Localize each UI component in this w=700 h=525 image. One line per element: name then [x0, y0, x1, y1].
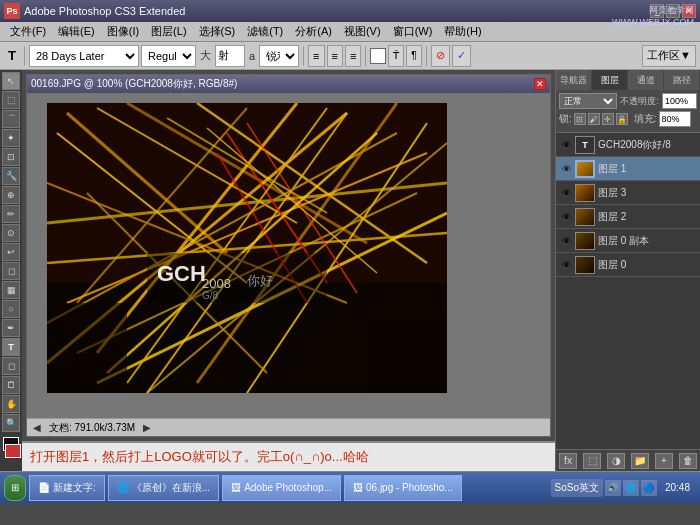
- menu-file[interactable]: 文件(F): [4, 24, 52, 39]
- magic-wand-tool[interactable]: ✦: [2, 129, 20, 147]
- layer-eye-icon[interactable]: 👁: [560, 235, 572, 247]
- eyedropper-tool[interactable]: 🔧: [2, 167, 20, 185]
- layer-group-button[interactable]: 📁: [631, 453, 649, 469]
- font-style-select[interactable]: Regular: [141, 45, 196, 67]
- layer-item[interactable]: 👁 图层 3: [556, 181, 700, 205]
- taskbar-photoshop[interactable]: 🖼 Adobe Photoshop...: [222, 475, 341, 501]
- menu-window[interactable]: 窗口(W): [387, 24, 439, 39]
- doc-title-bar: 00169.JPG @ 100% (GCH2008你好, RGB/8#) ✕: [27, 75, 550, 93]
- warp-text-button[interactable]: T̂: [388, 45, 404, 67]
- layer-eye-icon[interactable]: 👁: [560, 211, 572, 223]
- layer-item[interactable]: 👁 图层 0: [556, 253, 700, 277]
- layer-eye-icon[interactable]: 👁: [560, 163, 572, 175]
- layer-item[interactable]: 👁 图层 2: [556, 205, 700, 229]
- menu-help[interactable]: 帮助(H): [438, 24, 487, 39]
- adjustment-layer-button[interactable]: ◑: [607, 453, 625, 469]
- align-right-button[interactable]: ≡: [345, 45, 361, 67]
- pen-tool[interactable]: ✒: [2, 319, 20, 337]
- new-layer-button[interactable]: +: [655, 453, 673, 469]
- lock-all-icon[interactable]: 🔒: [616, 113, 628, 125]
- layer-eye-icon[interactable]: 👁: [560, 139, 572, 151]
- align-center-button[interactable]: ≡: [327, 45, 343, 67]
- layer-item[interactable]: 👁 图层 0 副本: [556, 229, 700, 253]
- app-icon: Ps: [4, 3, 20, 19]
- taskbar-icon-4: 🖼: [353, 482, 363, 493]
- shape-tool[interactable]: ◻: [2, 357, 20, 375]
- selection-tool[interactable]: ⬚: [2, 91, 20, 109]
- history-brush-tool[interactable]: ↩: [2, 243, 20, 261]
- commit-button[interactable]: ✓: [452, 45, 471, 67]
- taskbar-icon-3: 🖼: [231, 482, 241, 493]
- text-color-swatch[interactable]: [370, 48, 386, 64]
- font-size-input[interactable]: [215, 45, 245, 67]
- layer-item[interactable]: 👁 图层 1: [556, 157, 700, 181]
- panel-controls: 正常 不透明度: 锁: ⊡ 🖌 ✛ 🔒 填充:: [556, 90, 700, 133]
- menu-filter[interactable]: 滤镜(T): [241, 24, 289, 39]
- layer-style-button[interactable]: fx: [559, 453, 577, 469]
- font-family-select[interactable]: 28 Days Later: [29, 45, 139, 67]
- menu-view[interactable]: 视图(V): [338, 24, 387, 39]
- layer-thumbnail: [575, 160, 595, 178]
- menu-edit[interactable]: 编辑(E): [52, 24, 101, 39]
- cancel-button[interactable]: ⊘: [431, 45, 450, 67]
- svg-text:G/8: G/8: [202, 290, 219, 301]
- tab-channels[interactable]: 通道: [628, 70, 664, 90]
- blend-mode-select[interactable]: 正常: [559, 93, 617, 109]
- background-color[interactable]: [5, 444, 21, 458]
- lock-transparent-icon[interactable]: ⊡: [574, 113, 586, 125]
- taskbar-browser[interactable]: 🌐 《原创》在新浪...: [108, 475, 219, 501]
- dodge-tool[interactable]: ○: [2, 300, 20, 318]
- taskbar-new-file[interactable]: 📄 新建文字:: [29, 475, 105, 501]
- layer-item[interactable]: 👁 T GCH2008你好/8: [556, 133, 700, 157]
- status-right-arrow[interactable]: ▶: [143, 422, 151, 433]
- menu-layer[interactable]: 图层(L): [145, 24, 192, 39]
- layer-name: GCH2008你好/8: [598, 138, 696, 152]
- move-tool[interactable]: ↖: [2, 72, 20, 90]
- hand-tool[interactable]: ✋: [2, 395, 20, 413]
- start-button[interactable]: ⊞: [4, 475, 26, 501]
- text-tool[interactable]: T: [2, 338, 20, 356]
- menu-select[interactable]: 选择(S): [193, 24, 242, 39]
- layer-mask-button[interactable]: ⬚: [583, 453, 601, 469]
- taskbar-photoshop-2[interactable]: 🖼 06.jpg - Photosho...: [344, 475, 462, 501]
- notes-tool[interactable]: 🗒: [2, 376, 20, 394]
- workspace-button[interactable]: 工作区▼: [642, 45, 696, 67]
- delete-layer-button[interactable]: 🗑: [679, 453, 697, 469]
- brush-tool[interactable]: ✏: [2, 205, 20, 223]
- char-panel-button[interactable]: ¶: [406, 45, 421, 67]
- layer-eye-icon[interactable]: 👁: [560, 187, 572, 199]
- layer-name: 图层 0 副本: [598, 234, 696, 248]
- image-canvas: GCH 2008 你好 G/8: [27, 93, 550, 418]
- fill-input[interactable]: [659, 111, 691, 127]
- svg-text:你好: 你好: [246, 273, 273, 288]
- align-left-button[interactable]: ≡: [308, 45, 324, 67]
- font-size-label: 大: [198, 48, 213, 63]
- tab-layers[interactable]: 图层: [592, 70, 628, 90]
- gradient-tool[interactable]: ▦: [2, 281, 20, 299]
- opacity-input[interactable]: [662, 93, 697, 109]
- crop-tool[interactable]: ⊡: [2, 148, 20, 166]
- start-icon: ⊞: [11, 482, 19, 493]
- clone-tool[interactable]: ⊙: [2, 224, 20, 242]
- separator-4: [426, 46, 427, 66]
- layer-eye-icon[interactable]: 👁: [560, 259, 572, 271]
- menu-image[interactable]: 图像(I): [101, 24, 145, 39]
- doc-close-button[interactable]: ✕: [534, 78, 546, 90]
- lock-image-icon[interactable]: 🖌: [588, 113, 600, 125]
- system-tray: SoSo英文 🔊 🌐 🔵 20:48: [551, 479, 697, 497]
- eraser-tool[interactable]: ◻: [2, 262, 20, 280]
- svg-text:GCH: GCH: [157, 261, 206, 286]
- zoom-tool[interactable]: 🔍: [2, 414, 20, 432]
- doc-status-bar: ◀ 文档: 791.0k/3.73M ▶: [27, 418, 550, 436]
- lock-position-icon[interactable]: ✛: [602, 113, 614, 125]
- tab-navibar[interactable]: 导航器: [556, 70, 592, 90]
- status-left-arrow[interactable]: ◀: [33, 422, 41, 433]
- antialias-select[interactable]: 锐利: [259, 45, 299, 67]
- healing-tool[interactable]: ⊕: [2, 186, 20, 204]
- tab-paths[interactable]: 路径: [664, 70, 700, 90]
- lasso-tool[interactable]: ⌒: [2, 110, 20, 128]
- sys-icon-1: 🔊: [605, 480, 621, 496]
- tool-text-icon: T: [4, 45, 20, 67]
- opacity-label: 不透明度:: [620, 95, 659, 108]
- menu-analysis[interactable]: 分析(A): [289, 24, 338, 39]
